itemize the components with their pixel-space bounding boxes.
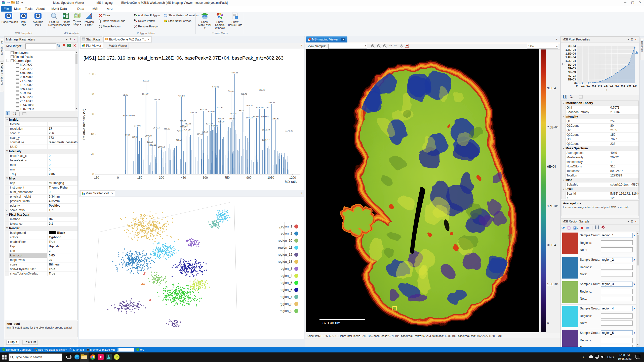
checkbox[interactable] [16,63,19,66]
tree-item[interactable]: 989.6980 [5,75,75,79]
tree-item[interactable]: 777.2702 [5,79,75,83]
start-button[interactable] [2,355,7,360]
remove-group-icon[interactable]: x [633,234,635,237]
property-row[interactable]: Q37077 [561,137,638,142]
volume-icon[interactable] [601,355,607,361]
checkbox[interactable] [16,108,19,111]
property-category[interactable]: ˅imzML [5,118,77,122]
music-app-icon[interactable]: ♪ [114,354,120,360]
remove-group-icon[interactable]: x [633,307,635,310]
property-row[interactable]: TrIQ0.85 [5,172,77,176]
tree-item[interactable]: Ion Layers [5,51,75,55]
property-row[interactable]: ShannonEntropy2.3534 [561,110,638,115]
property-row[interactable]: >scale_ratio1, 1 [5,208,77,213]
property-row[interactable]: ScanId[MS1] 126,172, 316 ions; total [561,192,638,196]
tree-expander-icon[interactable]: − [7,59,9,62]
ribbon-button-show-map-layer[interactable]: ShowMap Layer ▾ [197,12,212,29]
ribbon-tab-file[interactable]: File [1,6,12,12]
ribbon-button-tissue-map[interactable]: TissueMap ▾ [71,12,83,26]
property-row[interactable]: MaxIntensity20722 [561,155,638,160]
ribbon-button-export-sample[interactable]: XExportSample [60,12,71,26]
region-color-swatch[interactable] [562,306,578,327]
property-row[interactable]: instrumentThermo Fisher [5,186,77,190]
zoom-level-combobox[interactable]: 17%▾ [527,44,558,49]
region-color-swatch[interactable] [562,257,578,279]
sample-group-input[interactable] [601,257,633,262]
panel-menu-icon[interactable]: ▾ [627,37,629,42]
region-color-swatch[interactable] [562,233,578,254]
minimize-button[interactable]: ─ [621,0,629,6]
taskbar-search[interactable]: Type here to search [9,353,62,361]
tray-expand-icon[interactable]: ∧ [583,355,585,359]
ribbon-button-feature-detections[interactable]: FeatureDetections ▾ [48,12,60,29]
close-icon[interactable]: ✕ [148,38,150,41]
tree-item[interactable]: 865.4149 [5,87,75,91]
scatter-tab-overflow-icon[interactable]: ▾ [301,192,302,194]
ribbon-tab-msi[interactable]: MSI [91,6,100,12]
region-color-swatch[interactable] [562,281,578,303]
property-row[interactable]: resolution17 [5,127,77,131]
property-row[interactable]: polarityPositive [5,204,77,208]
sort-az-icon[interactable]: AZ [569,95,573,100]
pin-icon[interactable]: ⊼ [69,37,71,42]
property-row[interactable]: X126 [561,196,638,199]
chemistry-app-icon[interactable] [106,354,112,360]
media-app-icon[interactable] [98,354,104,360]
checkbox[interactable] [11,59,14,62]
panel-menu-icon[interactable]: ▾ [66,37,67,42]
property-row[interactable]: tolerance0.1 [5,222,77,226]
ribbon-tab-mzkit-data-tools[interactable]: Mzkit Data Tools [47,6,71,12]
property-category[interactable]: ˅Misc [561,178,638,183]
msi-image-canvas[interactable]: 870.40 um [306,49,539,332]
notification-icon[interactable] [635,355,642,361]
tree-item[interactable]: Pinned Pixels [5,55,75,59]
tree-item[interactable]: 267.1339 [5,99,75,103]
property-row[interactable]: knn3 [5,249,77,253]
rotate-right-icon[interactable]: ↷ [394,44,397,48]
checkbox[interactable] [16,87,19,90]
document-tab-bionovogene-m-z-data-t-[interactable]: BioNovoGene M/Z Data T...✕ [103,36,152,42]
property-row[interactable]: TopIonMz802.2627 [561,169,638,173]
tree-item[interactable]: 1054.1056 [5,103,75,107]
property-category[interactable]: ˅Intensity [561,115,638,119]
edge-icon[interactable] [74,354,80,360]
pin-icon[interactable]: ⊼ [631,37,633,42]
view-sample-combobox[interactable]: ▾ [328,44,367,49]
ribbon-button-move-vertex-edge[interactable]: Move Vertex/Edge [99,19,125,23]
sample-group-input[interactable] [601,306,633,311]
property-row[interactable]: fileSize [5,122,77,127]
property-row[interactable]: MinIntensity1 [561,160,638,164]
sidebar-tab-features-explorer[interactable]: Features Explorer [0,61,4,92]
property-row[interactable]: TotalIon1279399 [561,173,638,178]
zoom-reset-icon[interactable] [383,44,387,49]
note-input[interactable] [601,345,633,347]
network-icon[interactable] [595,355,601,361]
refresh-icon[interactable]: ⟳ [561,225,565,231]
ribbon-tab-main[interactable]: Main [13,6,23,12]
sample-group-input[interactable] [601,282,633,287]
region-list-scrollbar[interactable]: ▲▼ [636,232,639,347]
checkbox[interactable] [11,55,14,58]
search-icon[interactable] [57,44,61,49]
property-category[interactable]: ˅Pixel [561,187,638,192]
save-icon[interactable] [595,225,599,231]
checkbox[interactable] [16,71,19,74]
pin-icon[interactable]: ⊼ [631,219,633,224]
ribbon-button-show-sample-window[interactable]: ShowSample Window [212,12,227,29]
property-row[interactable]: Gini0.7073 [561,106,638,110]
property-row[interactable]: showTotalIonOverlapTrue [5,272,77,276]
property-row[interactable]: enableFilterTrue [5,240,77,244]
sidebar-tab-file-explorer[interactable]: File Explorer [0,38,4,61]
delete-region-icon[interactable]: ✕ [580,225,584,231]
property-row[interactable]: num_annotations0 [5,190,77,195]
checkbox[interactable] [16,83,19,86]
tree-item[interactable]: 187.0002 [5,83,75,87]
ribbon-button-remove-polygon[interactable]: x Remove Polygon [134,24,159,28]
copy-region-icon[interactable]: ❏ [567,225,571,231]
tray-clock[interactable]: 5:58 PM10/15/2023 [616,353,633,361]
ribbon-tab-about[interactable]: About [35,6,46,12]
plot-tabs-overflow-icon[interactable]: ▾ [301,44,302,47]
property-row[interactable]: HqxHqx_4x [5,244,77,249]
zoom-in-icon[interactable] [371,44,375,49]
checkbox[interactable] [16,92,19,95]
